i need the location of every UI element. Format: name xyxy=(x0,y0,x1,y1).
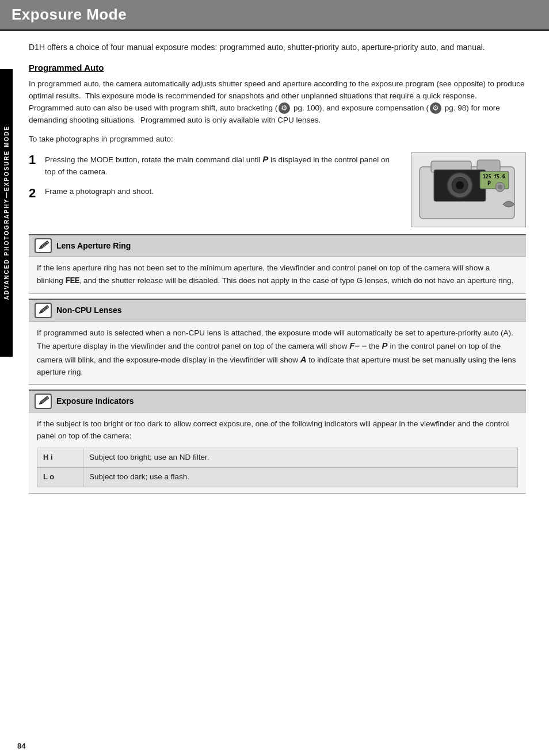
camera-svg: 125 f5.6 P xyxy=(414,155,523,224)
f-dash-symbol: F– – xyxy=(349,341,367,350)
svg-point-9 xyxy=(456,181,464,189)
note-pencil-icon-3: 🖉 xyxy=(35,394,52,408)
exposure-indicators-title: Exposure Indicators xyxy=(56,396,134,406)
non-cpu-content: If programmed auto is selected when a no… xyxy=(29,322,526,385)
programmed-auto-para2: To take photographs in programmed auto: xyxy=(29,133,526,146)
exposure-indicators-header: 🖉 Exposure Indicators xyxy=(29,391,526,412)
steps-area: 1 Pressing the MODE button, rotate the m… xyxy=(29,152,526,227)
table-row: L o Subject too dark; use a flash. xyxy=(37,468,518,487)
note-pencil-icon: 🖉 xyxy=(35,238,52,253)
sidebar-label: ADVANCED PHOTOGRAPHY—EXPOSURE MODE xyxy=(3,125,10,300)
step-2-body: Frame a photograph and shoot. xyxy=(45,186,154,201)
p-symbol: P xyxy=(262,154,268,164)
main-content: D1H offers a choice of four manual expos… xyxy=(17,31,537,738)
note-pencil-icon-2: 🖉 xyxy=(35,303,52,318)
p-symbol-2: P xyxy=(382,341,388,350)
indicator-desc-hi: Subject too bright; use an ND filter. xyxy=(83,448,518,468)
step-1: 1 Pressing the MODE button, rotate the m… xyxy=(29,152,402,178)
page-title: Exposure Mode xyxy=(12,6,127,24)
step-2: 2 Frame a photograph and shoot. xyxy=(29,186,402,201)
lens-aperture-note: 🖉 Lens Aperture Ring If the lens apertur… xyxy=(29,234,526,295)
fee-symbol: FEE xyxy=(66,276,79,286)
non-cpu-title: Non-CPU Lenses xyxy=(56,306,122,315)
page: Exposure Mode ADVANCED PHOTOGRAPHY—EXPOS… xyxy=(0,0,549,756)
programmed-auto-para1: In programmed auto, the camera automatic… xyxy=(29,78,526,127)
indicator-table: H i Subject too bright; use an ND filter… xyxy=(37,448,518,487)
svg-text:P: P xyxy=(487,180,491,186)
step-2-number: 2 xyxy=(29,186,40,201)
a-symbol: A xyxy=(300,354,307,364)
intro-paragraph: D1H offers a choice of four manual expos… xyxy=(29,41,526,54)
step-1-number: 1 xyxy=(29,152,40,178)
non-cpu-note: 🖉 Non-CPU Lenses If programmed auto is s… xyxy=(29,299,526,385)
programmed-auto-heading: Programmed Auto xyxy=(29,63,526,72)
indicator-desc-lo: Subject too dark; use a flash. xyxy=(83,468,518,487)
indicator-symbol-lo: L o xyxy=(37,468,83,487)
exposure-indicators-content: If the subject is too bright or too dark… xyxy=(29,413,526,494)
lens-aperture-title: Lens Aperture Ring xyxy=(56,241,131,250)
gear-icon-1 xyxy=(279,102,290,114)
table-row: H i Subject too bright; use an ND filter… xyxy=(37,448,518,468)
sidebar: ADVANCED PHOTOGRAPHY—EXPOSURE MODE xyxy=(0,69,13,357)
step-1-body: Pressing the MODE button, rotate the mai… xyxy=(45,152,402,178)
lens-aperture-content: If the lens aperture ring has not been s… xyxy=(29,257,526,293)
gear-icon-2 xyxy=(430,102,441,114)
svg-text:125  f5.6: 125 f5.6 xyxy=(483,174,505,180)
non-cpu-header: 🖉 Non-CPU Lenses xyxy=(29,300,526,321)
camera-illustration: 125 f5.6 P xyxy=(411,152,526,227)
header-bar: Exposure Mode xyxy=(0,0,549,29)
indicator-symbol-hi: H i xyxy=(37,448,83,468)
page-number: 84 xyxy=(0,738,549,756)
lens-aperture-header: 🖉 Lens Aperture Ring xyxy=(29,235,526,257)
steps-list: 1 Pressing the MODE button, rotate the m… xyxy=(29,152,402,209)
svg-point-11 xyxy=(498,185,502,189)
exposure-indicators-note: 🖉 Exposure Indicators If the subject is … xyxy=(29,390,526,494)
